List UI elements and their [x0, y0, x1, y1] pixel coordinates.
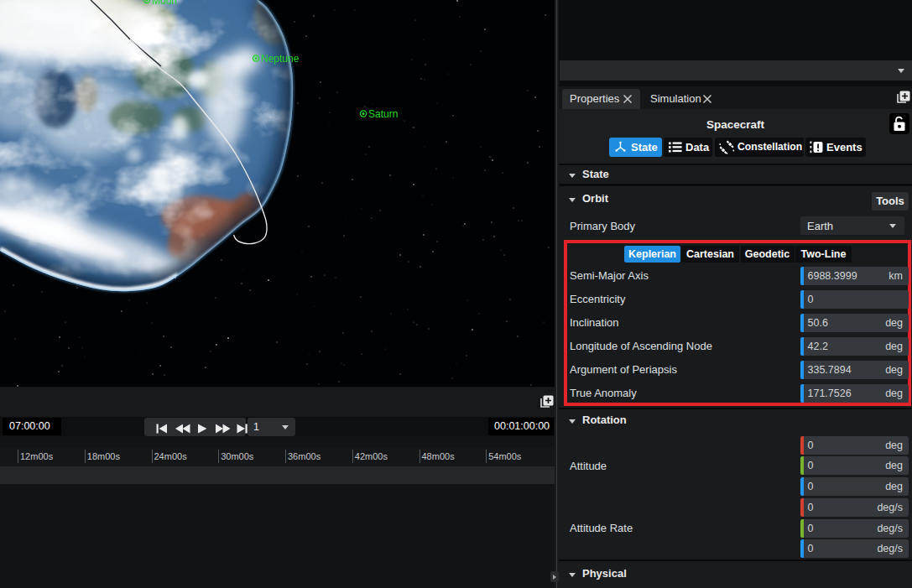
svg-text:Saturn: Saturn	[368, 108, 398, 120]
svg-text:Moon: Moon	[152, 0, 177, 7]
svg-text:Neptune: Neptune	[261, 53, 300, 65]
